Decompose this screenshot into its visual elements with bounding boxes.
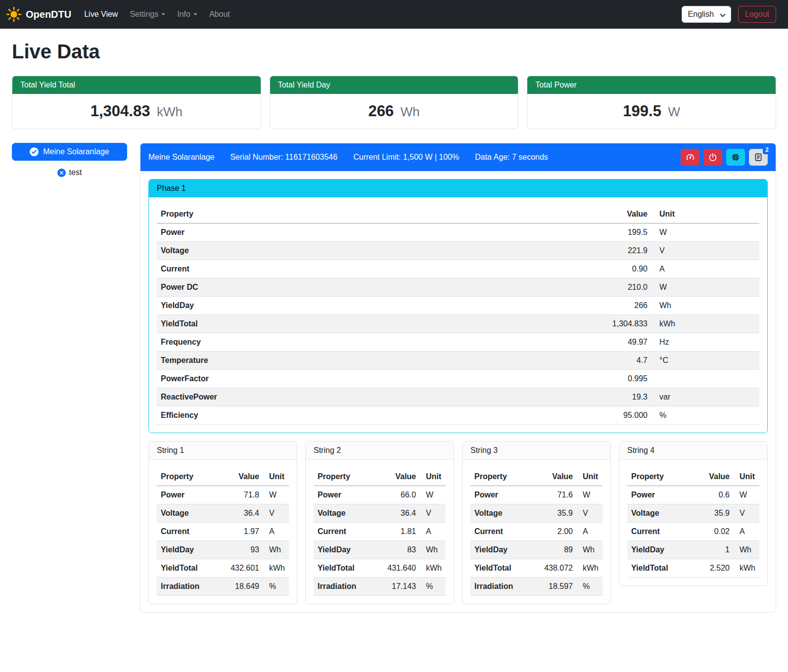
- row-unit: var: [651, 388, 759, 406]
- summary-unit: kWh: [157, 104, 183, 119]
- row-unit: %: [651, 406, 759, 425]
- row-value: 210.0: [597, 278, 651, 297]
- row-unit: Wh: [651, 297, 759, 315]
- language-select[interactable]: English: [682, 6, 731, 23]
- summary-unit: Wh: [401, 104, 420, 119]
- row-value: 66.0: [378, 486, 420, 504]
- row-value: 71.6: [535, 486, 577, 504]
- panel-inverter-name: Meine Solaranlage: [148, 153, 214, 162]
- table-row: Temperature 4.7 °C: [157, 352, 759, 370]
- navbar-right: English Logout: [682, 6, 776, 23]
- row-value: 1.97: [222, 523, 263, 541]
- string-card-2: String 2 Property Value Unit: [305, 441, 454, 604]
- table-row: YieldDay 83 Wh: [314, 541, 446, 559]
- row-property: Voltage: [627, 504, 692, 523]
- row-unit: V: [577, 504, 603, 523]
- row-value: 2.520: [692, 559, 734, 578]
- phase-card-title: Phase 1: [149, 179, 767, 197]
- chevron-down-icon: [161, 13, 165, 15]
- row-value: 93: [222, 541, 263, 559]
- row-property: Power: [157, 486, 222, 504]
- table-row: Voltage 35.9 V: [627, 504, 759, 523]
- nav-item-info[interactable]: Info: [173, 6, 201, 23]
- row-unit: kWh: [577, 559, 603, 578]
- summary-card-total-yield-total: Total Yield Total 1,304.83 kWh: [12, 76, 261, 129]
- logout-button[interactable]: Logout: [738, 6, 776, 23]
- content-row: Meine Solaranlage test Meine Solaranlage…: [12, 143, 776, 613]
- string-table: Property Value Unit Power: [157, 468, 289, 596]
- column-header-unit: Unit: [734, 468, 759, 486]
- nav-item-live-view[interactable]: Live View: [80, 6, 122, 23]
- row-unit: Wh: [420, 541, 446, 559]
- column-header-value: Value: [692, 468, 734, 486]
- table-row: YieldTotal 431.640 kWh: [314, 559, 446, 578]
- row-value: 83: [378, 541, 420, 559]
- table-row: Voltage 221.9 V: [157, 242, 759, 260]
- row-value: 1: [692, 541, 734, 559]
- phase-card: Phase 1 Property Value Unit: [148, 179, 768, 433]
- row-property: Current: [157, 260, 597, 278]
- row-unit: %: [263, 578, 289, 596]
- event-log-button[interactable]: 2: [749, 149, 768, 166]
- row-value: 71.8: [222, 486, 263, 504]
- row-unit: W: [651, 224, 759, 242]
- speedometer-icon: [686, 153, 695, 162]
- table-row: YieldDay 93 Wh: [157, 541, 289, 559]
- nav-item-about[interactable]: About: [205, 6, 234, 23]
- check-circle-icon: [30, 147, 39, 156]
- row-value: 2.00: [535, 523, 577, 541]
- string-table: Property Value Unit Power: [470, 468, 603, 596]
- table-row: YieldTotal 438.072 kWh: [470, 559, 603, 578]
- row-value: 4.7: [597, 352, 651, 370]
- inverter-select-test[interactable]: test: [12, 168, 127, 177]
- row-property: Power: [627, 486, 692, 504]
- row-property: YieldDay: [470, 541, 535, 559]
- row-value: 95.000: [597, 406, 651, 425]
- event-count-badge: 2: [763, 145, 771, 154]
- panel-serial-number: Serial Number: 116171603546: [230, 153, 337, 162]
- limit-settings-button[interactable]: [681, 149, 699, 166]
- table-row: Current 0.90 A: [157, 260, 759, 278]
- row-property: Power: [314, 486, 378, 504]
- brand-label: OpenDTU: [26, 9, 71, 20]
- row-unit: kWh: [734, 559, 759, 578]
- inverter-select-button[interactable]: Meine Solaranlage: [12, 143, 127, 161]
- row-property: YieldTotal: [314, 559, 378, 578]
- row-property: Irradiation: [470, 578, 535, 596]
- summary-value: 266: [368, 102, 394, 120]
- row-property: Power: [157, 224, 597, 242]
- table-row: Power 71.6 W: [470, 486, 603, 504]
- column-header-property: Property: [157, 205, 597, 224]
- row-property: ReactivePower: [157, 388, 597, 406]
- brand-link[interactable]: OpenDTU: [6, 6, 71, 22]
- summary-card-title: Total Yield Day: [270, 76, 518, 94]
- device-info-button[interactable]: [726, 149, 745, 166]
- table-row: Current 2.00 A: [470, 523, 603, 541]
- row-unit: Wh: [577, 541, 603, 559]
- power-icon: [708, 153, 717, 162]
- table-row: YieldDay 89 Wh: [470, 541, 603, 559]
- row-property: YieldTotal: [470, 559, 535, 578]
- power-button[interactable]: [703, 149, 722, 166]
- nav-item-settings[interactable]: Settings: [126, 6, 169, 23]
- table-header-row: Property Value Unit: [470, 468, 603, 486]
- string-card-title: String 1: [149, 442, 297, 460]
- table-row: YieldTotal 432.601 kWh: [157, 559, 289, 578]
- column-header-value: Value: [222, 468, 263, 486]
- row-unit: A: [577, 523, 603, 541]
- table-row: Voltage 36.4 V: [157, 504, 289, 523]
- string-card-1: String 1 Property Value Unit: [148, 441, 297, 604]
- row-unit: %: [577, 578, 603, 596]
- row-property: Current: [157, 523, 222, 541]
- summary-card-body: 266 Wh: [270, 94, 518, 129]
- column-header-property: Property: [157, 468, 222, 486]
- row-property: YieldTotal: [157, 315, 597, 333]
- table-row: Current 1.97 A: [157, 523, 289, 541]
- table-row: Frequency 49.97 Hz: [157, 333, 759, 352]
- row-value: 49.97: [597, 333, 651, 352]
- table-row: Power 0.6 W: [627, 486, 759, 504]
- chevron-down-icon: [720, 11, 725, 17]
- table-header-row: Property Value Unit: [157, 468, 289, 486]
- row-property: YieldDay: [314, 541, 378, 559]
- panel-data-age: Data Age: 7 seconds: [475, 153, 548, 162]
